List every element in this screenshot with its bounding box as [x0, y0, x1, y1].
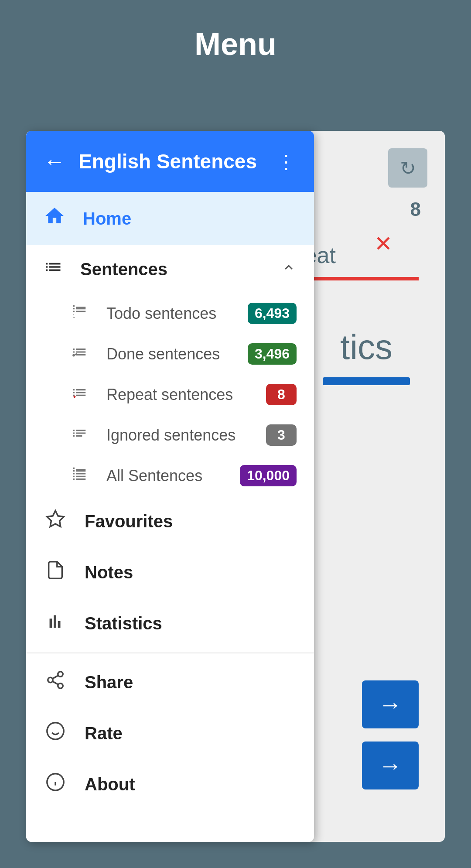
ignored-sentences-item[interactable]: Ignored sentences 3 — [26, 415, 314, 455]
bg-close-icon: ✕ — [374, 231, 392, 256]
repeat-list-icon — [70, 384, 89, 405]
statistics-icon — [44, 611, 67, 636]
share-label: Share — [85, 673, 133, 692]
sentences-label: Sentences — [80, 260, 263, 279]
svg-line-8 — [52, 675, 58, 679]
home-menu-item[interactable]: Home — [26, 192, 314, 245]
more-options-button[interactable]: ⋮ — [276, 150, 297, 173]
notes-menu-item[interactable]: Notes — [26, 547, 314, 598]
bg-blue-bar — [323, 377, 410, 385]
done-list-icon — [70, 344, 89, 364]
star-icon — [44, 509, 67, 534]
rate-icon — [44, 721, 67, 746]
about-icon — [44, 772, 67, 797]
home-icon — [44, 205, 65, 232]
svg-line-2 — [74, 396, 75, 397]
repeat-sentences-item[interactable]: Repeat sentences 8 — [26, 374, 314, 415]
svg-point-5 — [48, 677, 53, 683]
todo-sentences-item[interactable]: 1 Todo sentences 6,493 — [26, 293, 314, 334]
svg-point-4 — [58, 672, 63, 677]
ignored-count-badge: 3 — [266, 424, 297, 446]
menu-divider — [26, 653, 314, 653]
bg-tics-text: tics — [340, 327, 392, 367]
navigation-drawer: ← English Sentences ⋮ Home Sentences — [26, 131, 314, 842]
ignored-list-icon — [70, 425, 89, 445]
notes-icon — [44, 560, 67, 585]
done-sentences-item[interactable]: Done sentences 3,496 — [26, 334, 314, 374]
refresh-icon[interactable]: ↻ — [388, 148, 427, 188]
drawer-body: Home Sentences 1 — [26, 192, 314, 842]
svg-point-9 — [47, 723, 64, 739]
ignored-sentences-label: Ignored sentences — [106, 426, 249, 444]
drawer-header: ← English Sentences ⋮ — [26, 131, 314, 192]
about-menu-item[interactable]: About — [26, 759, 314, 810]
header-title: English Sentences — [78, 150, 276, 173]
page-title: Menu — [0, 0, 471, 79]
next-button-bottom[interactable]: → — [362, 742, 419, 789]
svg-point-6 — [58, 683, 63, 689]
sentences-section-header[interactable]: Sentences — [26, 245, 314, 293]
all-count-badge: 10,000 — [240, 465, 297, 486]
svg-line-7 — [52, 681, 58, 685]
next-button-top[interactable]: → — [362, 680, 419, 728]
svg-text:1: 1 — [72, 313, 75, 318]
all-sentences-label: All Sentences — [106, 467, 222, 485]
todo-sentences-label: Todo sentences — [106, 304, 230, 323]
done-sentences-label: Done sentences — [106, 345, 230, 363]
all-list-icon — [70, 465, 89, 486]
favourites-label: Favourites — [85, 512, 173, 531]
favourites-menu-item[interactable]: Favourites — [26, 496, 314, 547]
repeat-sentences-label: Repeat sentences — [106, 386, 249, 404]
todo-list-icon: 1 — [70, 303, 89, 324]
notes-label: Notes — [85, 563, 133, 582]
home-label: Home — [83, 209, 131, 229]
statistics-menu-item[interactable]: Statistics — [26, 598, 314, 649]
done-count-badge: 3,496 — [248, 343, 297, 365]
todo-count-badge: 6,493 — [248, 303, 297, 324]
all-sentences-item[interactable]: All Sentences 10,000 — [26, 455, 314, 496]
list-icon — [44, 257, 63, 281]
statistics-label: Statistics — [85, 614, 162, 633]
share-menu-item[interactable]: Share — [26, 657, 314, 708]
repeat-count-badge: 8 — [266, 384, 297, 405]
svg-marker-3 — [47, 511, 64, 526]
about-label: About — [85, 775, 135, 794]
rate-menu-item[interactable]: Rate — [26, 708, 314, 759]
back-button[interactable]: ← — [44, 149, 65, 174]
bg-number: 8 — [410, 198, 421, 220]
chevron-up-icon — [281, 260, 297, 279]
rate-label: Rate — [85, 724, 123, 743]
share-icon — [44, 670, 67, 695]
